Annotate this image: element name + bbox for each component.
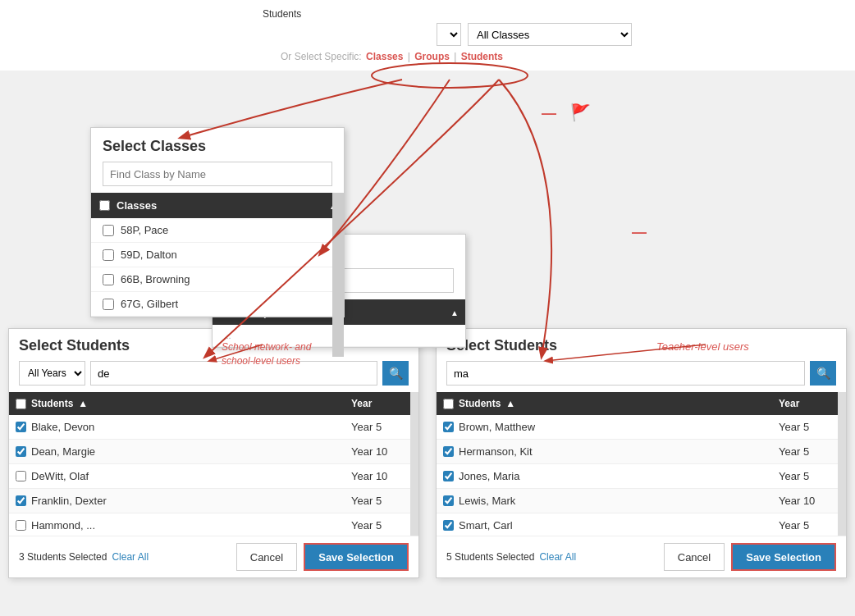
- table-row: Hammond, ... Year 5: [9, 513, 418, 536]
- groups-link[interactable]: Groups: [414, 51, 450, 62]
- item-checkbox-66b[interactable]: [103, 274, 114, 285]
- red-minus-1: —: [542, 105, 556, 122]
- students-label: Students: [263, 8, 301, 20]
- groups-sort-arrow: ▲: [450, 308, 459, 317]
- clear-all-left[interactable]: Clear All: [112, 551, 149, 563]
- students-table-left: Students ▲ Year Blake, Devon: [9, 392, 418, 536]
- classes-header-label: Classes: [117, 199, 157, 212]
- selection-info-left: 3 Students Selected Clear All: [19, 551, 149, 563]
- student-year-cell: Year 5: [772, 415, 846, 440]
- year-col-header-right: Year: [772, 392, 846, 415]
- table-row: Lewis, Mark Year 10: [437, 489, 846, 513]
- student-checkbox[interactable]: [16, 495, 26, 506]
- student-name-cell: Brown, Matthew: [437, 415, 772, 440]
- students-panels: Select Students All Years 🔍 Students: [0, 328, 855, 578]
- selected-count-left: 3 Students Selected: [19, 551, 107, 563]
- cancel-button-left[interactable]: Cancel: [236, 543, 297, 571]
- student-name-cell: Lewis, Mark: [437, 489, 772, 513]
- scrollbar-right[interactable]: [838, 392, 846, 536]
- search-icon: 🔍: [816, 367, 830, 380]
- select-students-left-panel: Select Students All Years 🔍 Students: [8, 328, 419, 578]
- student-year-cell: Year 10: [345, 440, 418, 464]
- student-checkbox[interactable]: [16, 422, 26, 432]
- item-checkbox-67g[interactable]: [103, 299, 114, 310]
- students-dropdown-row: All Classes: [437, 23, 632, 46]
- student-name-cell: DeWitt, Olaf: [9, 464, 345, 489]
- right-footer-buttons: Cancel Save Selection: [664, 543, 836, 571]
- student-checkbox[interactable]: [443, 471, 454, 481]
- left-panel-footer: 3 Students Selected Clear All Cancel Sav…: [9, 536, 418, 577]
- select-classes-title: Select Classes: [91, 128, 344, 162]
- item-label: 66B, Browning: [121, 273, 190, 285]
- student-name-cell: Hermanson, Kit: [437, 440, 772, 464]
- student-name-cell: Dean, Margie: [9, 440, 345, 464]
- item-checkbox-59d[interactable]: [103, 249, 114, 261]
- top-section: Students All Classes Or Select Specific:…: [0, 0, 855, 71]
- right-panel-footer: 5 Students Selected Clear All Cancel Sav…: [437, 536, 846, 577]
- item-label: 67G, Gilbert: [121, 298, 178, 310]
- classes-link[interactable]: Classes: [366, 51, 403, 62]
- student-checkbox[interactable]: [443, 446, 454, 457]
- student-name-cell: Hammond, ...: [9, 513, 345, 536]
- student-checkbox[interactable]: [16, 446, 26, 457]
- list-item: 66B, Browning: [91, 267, 344, 292]
- separator1: |: [408, 51, 413, 62]
- or-select-row: Or Select Specific: Classes | Groups | S…: [279, 51, 503, 62]
- students-table-right: Students ▲ Year Brown, Matthew: [437, 392, 846, 536]
- table-row: Brown, Matthew Year 5: [437, 415, 846, 440]
- select-all-students-left[interactable]: [16, 399, 26, 409]
- right-panel-filters: 🔍: [437, 361, 846, 392]
- red-minus-2: —: [632, 224, 647, 241]
- table-header-row: Students ▲ Year: [9, 392, 418, 415]
- save-selection-button-left[interactable]: Save Selection: [304, 543, 409, 571]
- sort-arrow-icon: ▲: [505, 398, 515, 409]
- select-all-students-right[interactable]: [443, 399, 454, 409]
- student-year-cell: Year 10: [345, 464, 418, 489]
- students-col-header-right: Students ▲: [437, 392, 772, 415]
- left-footer-buttons: Cancel Save Selection: [236, 543, 409, 571]
- table-row: Hermanson, Kit Year 5: [437, 440, 846, 464]
- student-year-cell: Year 5: [772, 440, 846, 464]
- item-label: 59D, Dalton: [121, 249, 177, 261]
- list-item: 58P, Pace: [91, 218, 344, 243]
- clear-all-right[interactable]: Clear All: [539, 551, 576, 563]
- student-checkbox[interactable]: [443, 495, 454, 506]
- student-year-cell: Year 5: [772, 513, 846, 536]
- select-students-right-title: Select Students: [437, 329, 846, 361]
- table-row: DeWitt, Olaf Year 10: [9, 464, 418, 489]
- select-students-right-panel: Select Students 🔍 Students ▲: [436, 328, 847, 578]
- student-name-cell: Franklin, Dexter: [9, 489, 345, 513]
- selection-info-right: 5 Students Selected Clear All: [446, 551, 576, 563]
- selected-count-right: 5 Students Selected: [446, 551, 534, 563]
- student-name-cell: Blake, Devon: [9, 415, 345, 440]
- table-row: Franklin, Dexter Year 5: [9, 489, 418, 513]
- find-class-input[interactable]: [103, 162, 332, 186]
- students-table-left-container: Students ▲ Year Blake, Devon: [9, 392, 418, 536]
- flag-icon: 🚩: [570, 103, 591, 122]
- search-button-right[interactable]: 🔍: [810, 361, 836, 386]
- student-year-cell: Year 5: [345, 415, 418, 440]
- student-name-cell: Jones, Maria: [437, 464, 772, 489]
- student-checkbox[interactable]: [16, 471, 26, 481]
- search-icon: 🔍: [389, 367, 403, 380]
- student-checkbox[interactable]: [443, 422, 454, 432]
- table-header-row: Students ▲ Year: [437, 392, 846, 415]
- classes-list-header: Classes ▲: [91, 193, 344, 218]
- annotation-teacher: Teacher-level users: [656, 340, 749, 353]
- item-checkbox-58p[interactable]: [103, 225, 114, 236]
- save-selection-button-right[interactable]: Save Selection: [731, 543, 836, 571]
- cancel-button-right[interactable]: Cancel: [664, 543, 725, 571]
- student-search-right[interactable]: [446, 361, 805, 386]
- all-classes-dropdown[interactable]: All Classes: [468, 23, 632, 46]
- classes-select-all-checkbox[interactable]: [99, 200, 110, 211]
- list-item: 59D, Dalton: [91, 243, 344, 267]
- student-checkbox[interactable]: [16, 520, 26, 531]
- search-button-left[interactable]: 🔍: [382, 361, 409, 386]
- table-row: Blake, Devon Year 5: [9, 415, 418, 440]
- year-filter-dropdown[interactable]: All Years: [19, 361, 85, 386]
- students-link[interactable]: Students: [461, 51, 503, 62]
- scrollbar-left[interactable]: [410, 392, 418, 536]
- students-table-right-container: Students ▲ Year Brown, Matthew: [437, 392, 846, 536]
- small-dropdown[interactable]: [437, 23, 461, 46]
- student-checkbox[interactable]: [443, 520, 454, 531]
